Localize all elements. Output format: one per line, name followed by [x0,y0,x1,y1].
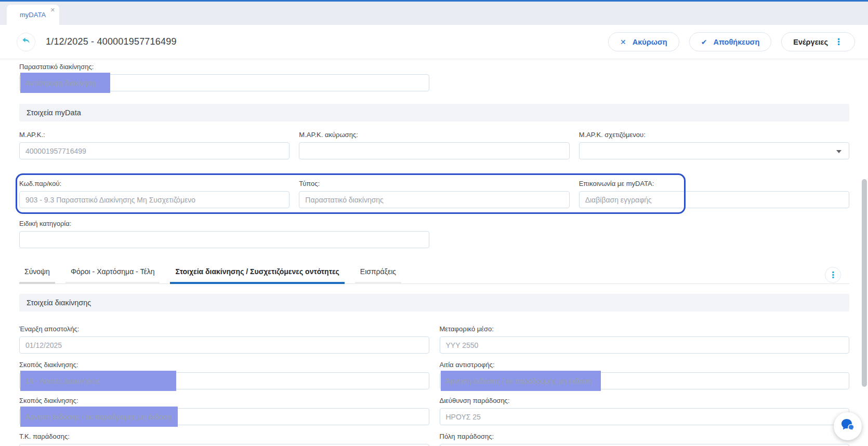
field-transport-label: Μεταφορικό μέσο: [440,325,850,333]
field-mark-related: Μ.ΑΡ.Κ. σχετιζόμενου: [579,131,849,159]
field-communication-value: Διαβίβαση εγγραφής [585,196,652,204]
field-delivery-address: Διεύθυνση παράδοσης: ΗΡΟΥΣ 25 [440,397,850,425]
mydata-row-1: Μ.ΑΡ.Κ.: 400001957716499 Μ.ΑΡ.Κ. ακύρωση… [19,131,849,159]
field-doc-code: Κωδ.παρ/κού: 903 - 9.3 Παραστατικό Διακί… [19,180,290,208]
field-doc-type: Τύπος: Παραστατικό διακίνησης [299,180,569,208]
tab-stoixeia-diakinisis[interactable]: Στοιχεία διακίνησης / Συσχετιζόμενες οντ… [170,267,344,284]
form-content: Παραστατικό διακίνησης: Αντίστροφη διακί… [0,59,868,446]
window-tab-bar: myDATA ✕ [0,2,868,25]
detail-tabs-row: Σύνοψη Φόροι - Χαρτόσημα - Τέλη Στοιχεία… [19,261,849,284]
field-mark-cancel-label: Μ.ΑΡ.Κ. ακύρωσης: [299,131,569,139]
field-communication-input[interactable]: Διαβίβαση εγγραφής [579,191,849,208]
shipping-row-2: Σκοπός διακίνησης: 19 - Λοιπές Διακινήσε… [19,361,849,389]
shipping-row-4: Τ.Κ. παράδοσης: 11527 Πόλη παράδοσης: ΑΘ… [19,433,849,446]
field-purpose1-value: 19 - Λοιπές Διακινήσεις [25,377,100,385]
cancel-button[interactable]: ✕ Ακύρωση [608,32,679,51]
chat-support-button[interactable] [834,412,862,440]
field-delivery-city: Πόλη παράδοσης: ΑΘΗΝΑ [440,433,850,446]
save-button-label: Αποθήκευση [713,38,759,46]
section-shipping-title: Στοιχεία διακίνησης [27,299,91,307]
field-special-category-input[interactable] [19,231,429,248]
save-check-icon: ✔ [701,38,707,46]
field-delivery-city-input[interactable]: ΑΘΗΝΑ [440,444,850,446]
field-doc-type-label: Τύπος: [299,180,569,187]
mydata-row-2: Κωδ.παρ/κού: 903 - 9.3 Παραστατικό Διακί… [19,180,849,208]
field-reversal-reason: Αιτία αντιστροφής: Άρνηση έκδοσης / εκ π… [440,361,850,389]
field-mark-value: 400001957716499 [25,147,86,155]
field-reversal-reason-input[interactable]: Άρνηση έκδοσης / εκ παραδρομής μη έκδοση [440,372,850,389]
field-mark-related-dropdown[interactable] [579,142,849,159]
actions-kebab-icon: ⋮ [834,37,843,46]
field-purpose2: Σκοπός διακίνησης: Άρνηση έκδοσης / εκ π… [19,397,429,425]
field-mark-label: Μ.ΑΡ.Κ.: [19,131,290,139]
tab-foroi[interactable]: Φόροι - Χαρτόσημα - Τέλη [65,267,160,284]
save-button[interactable]: ✔ Αποθήκευση [689,32,772,51]
tab-close-icon[interactable]: ✕ [50,7,55,13]
field-mark-cancel-input[interactable] [299,142,569,159]
field-purpose2-value: Άρνηση έκδοσης / εκ παραδρομής μη έκδοση [25,413,172,421]
field-reversal-reason-label: Αιτία αντιστροφής: [440,361,850,369]
field-doc-type-value: Παραστατικό διακίνησης [305,196,384,204]
field-parastatiko-label: Παραστατικό διακίνησης: [19,63,849,71]
field-delivery-address-label: Διεύθυνση παράδοσης: [440,397,850,404]
field-mark-related-label: Μ.ΑΡ.Κ. σχετιζόμενου: [579,131,849,139]
field-mark-input[interactable]: 400001957716499 [19,142,290,159]
shipping-row-1: Έναρξη αποστολής: 01/12/2025 Μεταφορικό … [19,325,849,354]
tabs-kebab-icon: ⋮ [829,271,837,279]
tab-synopsi[interactable]: Σύνοψη [19,267,55,284]
field-purpose2-input[interactable]: Άρνηση έκδοσης / εκ παραδρομής μη έκδοση [19,408,429,425]
tab-mydata[interactable]: myDATA ✕ [7,5,59,25]
page-title: 1/12/2025 - 400001957716499 [46,36,177,47]
section-mydata-header: Στοιχεία myData [19,104,849,121]
field-delivery-zip-input[interactable]: 11527 [19,444,429,446]
tab-eispraxeis[interactable]: Εισπράξεις [355,267,401,284]
field-delivery-zip-label: Τ.Κ. παράδοσης: [19,433,429,440]
cancel-button-label: Ακύρωση [633,38,667,46]
field-communication: Επικοινωνία με myDATA: Διαβίβαση εγγραφή… [579,180,849,208]
tab-mydata-label: myDATA [20,11,46,19]
field-delivery-address-input[interactable]: ΗΡΟΥΣ 25 [440,408,850,425]
actions-button-label: Ενέργειες [793,38,828,46]
field-start-date-label: Έναρξη αποστολής: [19,325,429,333]
chevron-down-icon[interactable] [836,150,841,153]
field-delivery-address-value: ΗΡΟΥΣ 25 [446,413,481,421]
field-transport-input[interactable]: ΥΥΥ 2550 [440,336,850,354]
cancel-x-icon: ✕ [620,38,626,46]
section-mydata-title: Στοιχεία myData [27,109,81,117]
back-button[interactable] [17,33,35,51]
detail-tabs: Σύνοψη Φόροι - Χαρτόσημα - Τέλη Στοιχεία… [19,261,849,284]
field-start-date: Έναρξη αποστολής: 01/12/2025 [19,325,429,354]
field-parastatiko: Παραστατικό διακίνησης: Αντίστροφη διακί… [19,63,849,91]
vertical-scrollbar[interactable] [862,179,867,387]
field-doc-code-input[interactable]: 903 - 9.3 Παραστατικό Διακίνησης Μη Συσχ… [19,191,290,208]
field-communication-label: Επικοινωνία με myDATA: [579,180,849,187]
field-doc-type-input[interactable]: Παραστατικό διακίνησης [299,191,569,208]
tabs-more-button[interactable]: ⋮ [825,267,841,283]
field-parastatiko-input[interactable]: Αντίστροφη διακίνηση [19,74,429,91]
field-purpose1-input[interactable]: 19 - Λοιπές Διακινήσεις [19,372,429,389]
field-transport: Μεταφορικό μέσο: ΥΥΥ 2550 [440,325,850,354]
field-transport-value: ΥΥΥ 2550 [446,341,479,349]
field-delivery-zip: Τ.Κ. παράδοσης: 11527 [19,433,429,446]
shipping-row-3: Σκοπός διακίνησης: Άρνηση έκδοσης / εκ π… [19,397,849,425]
field-doc-code-value: 903 - 9.3 Παραστατικό Διακίνησης Μη Συσχ… [25,196,195,204]
field-special-category: Ειδική κατηγορία: [19,220,849,248]
actions-button[interactable]: Ενέργειες ⋮ [781,32,855,51]
field-reversal-reason-value: Άρνηση έκδοσης / εκ παραδρομής μη έκδοση [446,377,593,385]
chat-bubble-icon [840,417,856,435]
back-arrow-icon [21,37,31,47]
field-mark: Μ.ΑΡ.Κ.: 400001957716499 [19,131,290,159]
field-mark-cancel: Μ.ΑΡ.Κ. ακύρωσης: [299,131,569,159]
page-header: 1/12/2025 - 400001957716499 ✕ Ακύρωση ✔ … [0,25,868,59]
header-actions: ✕ Ακύρωση ✔ Αποθήκευση Ενέργειες ⋮ [608,32,855,51]
field-purpose1-label: Σκοπός διακίνησης: [19,361,429,369]
field-doc-code-label: Κωδ.παρ/κού: [19,180,290,187]
field-start-date-input[interactable]: 01/12/2025 [19,336,429,354]
field-purpose2-label: Σκοπός διακίνησης: [19,397,429,404]
field-delivery-city-label: Πόλη παράδοσης: [440,433,850,440]
section-shipping-header: Στοιχεία διακίνησης [19,294,849,312]
field-purpose1: Σκοπός διακίνησης: 19 - Λοιπές Διακινήσε… [19,361,429,389]
app-window: myDATA ✕ 1/12/2025 - 400001957716499 ✕ Α… [0,0,868,446]
field-special-category-label: Ειδική κατηγορία: [19,220,849,227]
field-parastatiko-value: Αντίστροφη διακίνηση [25,79,96,87]
